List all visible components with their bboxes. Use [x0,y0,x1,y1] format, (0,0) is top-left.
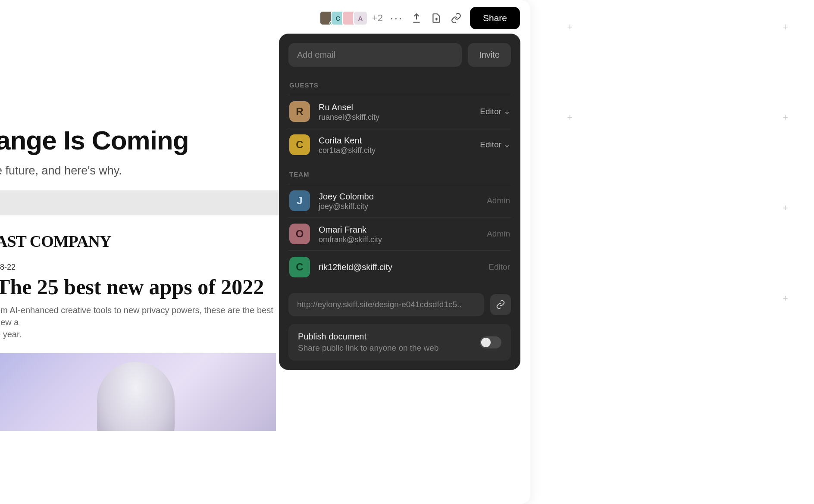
document-toolbar: C A +2 ··· Share [319,7,520,29]
chevron-down-icon [504,109,510,115]
import-file-icon[interactable] [430,12,442,24]
document-body[interactable]: ange Is Coming e future, and here's why.… [0,125,297,431]
team-row: J Joey Colombo joey@skiff.city Admin [288,184,511,217]
role-label: Admin [487,196,510,205]
guests-section-label: GUESTS [288,78,511,95]
publish-toggle[interactable] [480,336,501,348]
role-dropdown[interactable]: Editor [480,140,510,149]
share-button[interactable]: Share [470,7,520,29]
role-label: Admin [487,229,510,239]
export-icon[interactable] [410,12,423,24]
team-email: rik12field@skiff.city [319,261,488,273]
team-section-label: TEAM [288,161,511,184]
collaborator-avatars[interactable]: C A +2 [319,11,383,25]
article-hero-image [0,353,276,431]
role-dropdown[interactable]: Editor [480,107,510,116]
guest-name: Corita Kent [319,135,480,146]
copy-link-button[interactable] [490,294,511,315]
article-title: The 25 best new apps of 2022 [0,275,280,299]
toggle-knob [481,338,491,347]
page-subtitle[interactable]: e future, and here's why. [0,164,297,177]
avatar-overflow-count[interactable]: +2 [372,12,383,24]
page-title[interactable]: ange Is Coming [0,125,297,156]
team-row: O Omari Frank omfrank@skiff.city Admin [288,217,511,250]
team-email: omfrank@skiff.city [319,235,487,244]
publish-title: Publish document [298,332,480,342]
avatar: C [289,134,310,155]
content-divider [0,190,285,215]
avatar: R [289,101,310,122]
publish-row: Publish document Share public link to an… [288,324,511,361]
embedded-article: AST COMPANY 28-22 The 25 best new apps o… [0,215,280,431]
guest-name: Ru Ansel [319,102,480,113]
article-description: om AI-enhanced creative tools to new pri… [0,304,276,340]
avatar: J [289,190,310,211]
guest-email: cor1ta@skiff.city [319,146,480,155]
team-name: Joey Colombo [319,191,487,202]
link-icon[interactable] [450,12,462,24]
guest-row: R Ru Ansel ruansel@skiff.city Editor [288,95,511,128]
document-canvas: C A +2 ··· Share ange Is Coming e future… [0,0,530,504]
article-date: 28-22 [0,263,280,272]
publish-description: Share public link to anyone on the web [298,343,480,353]
link-icon [496,300,505,309]
add-email-input[interactable] [288,43,462,67]
guest-row: C Corita Kent cor1ta@skiff.city Editor [288,128,511,161]
more-options-icon[interactable]: ··· [391,12,403,24]
share-link-field[interactable]: http://eylony.skiff.site/design-e041cdsd… [288,293,484,316]
avatar-user-4[interactable]: A [353,11,368,25]
statue-illustration [97,362,175,431]
invite-button[interactable]: Invite [468,43,511,67]
canvas-background: + + + + + + [512,0,814,504]
team-row: C rik12field@skiff.city Editor [288,250,511,283]
team-name: Omari Frank [319,224,487,235]
avatar: O [289,224,310,244]
avatar: C [289,257,310,277]
guest-email: ruansel@skiff.city [319,113,480,122]
publisher-logo: AST COMPANY [0,232,280,251]
role-label: Editor [488,262,510,272]
share-panel: Invite GUESTS R Ru Ansel ruansel@skiff.c… [279,34,520,370]
chevron-down-icon [504,142,510,148]
team-email: joey@skiff.city [319,202,487,211]
